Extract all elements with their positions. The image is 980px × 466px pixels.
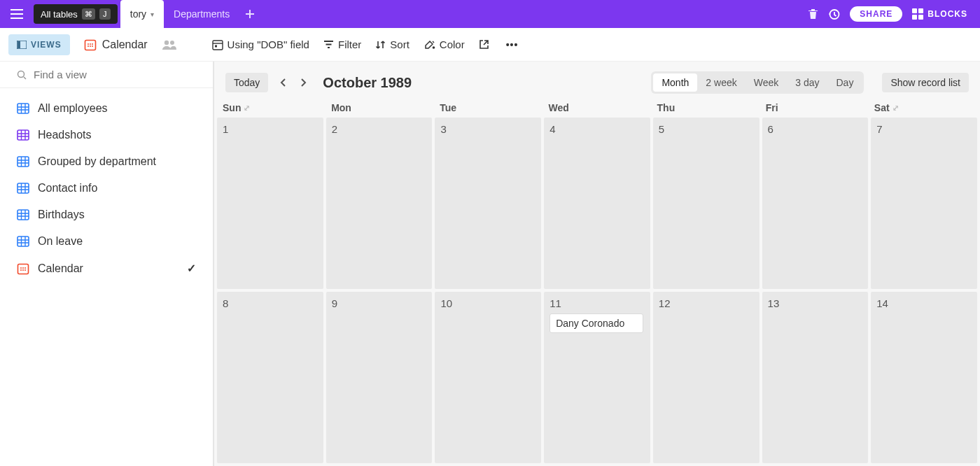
- calendar-cell-2[interactable]: 2: [326, 118, 433, 289]
- view-item-grouped-by-department[interactable]: Grouped by department: [0, 148, 213, 175]
- day-number: 11: [550, 297, 645, 309]
- svg-rect-2: [918, 8, 923, 13]
- current-view-name[interactable]: Calendar: [84, 38, 148, 51]
- checkmark-icon: ✓: [187, 262, 196, 275]
- view-item-label: Contact info: [38, 182, 97, 195]
- calendar-cell-1[interactable]: 1: [217, 118, 323, 289]
- segment-3-day[interactable]: 3 day: [787, 73, 827, 92]
- gallery-icon: [17, 129, 29, 141]
- kbd-cmd: ⌘: [82, 8, 95, 20]
- day-header-wed: Wed: [542, 99, 651, 118]
- share-view-button[interactable]: [479, 39, 489, 50]
- add-table-button[interactable]: [239, 9, 260, 19]
- filter-label: Filter: [338, 38, 361, 50]
- svg-point-14: [164, 40, 168, 44]
- calendar-cell-12[interactable]: 12: [653, 292, 760, 463]
- today-button[interactable]: Today: [225, 73, 268, 92]
- calendar-cell-4[interactable]: 4: [544, 118, 650, 289]
- day-number: 5: [659, 123, 754, 135]
- prev-month-button[interactable]: [276, 78, 289, 87]
- views-toggle[interactable]: VIEWS: [8, 34, 70, 55]
- color-button[interactable]: Color: [424, 38, 465, 50]
- find-view-search[interactable]: [0, 62, 213, 88]
- svg-rect-17: [215, 45, 217, 47]
- day-number: 6: [768, 123, 863, 135]
- search-icon: [17, 70, 27, 80]
- view-item-contact-info[interactable]: Contact info: [0, 175, 213, 202]
- expand-icon[interactable]: ⤢: [892, 104, 899, 113]
- segment-day[interactable]: Day: [828, 73, 862, 92]
- kbd-j: J: [99, 8, 111, 20]
- calendar-cell-10[interactable]: 10: [435, 292, 541, 463]
- svg-rect-22: [18, 157, 29, 167]
- calendar-cell-14[interactable]: 14: [871, 292, 977, 463]
- tab-departments[interactable]: Departments: [164, 0, 239, 28]
- tab-directory[interactable]: tory ▾: [120, 0, 164, 28]
- day-number: 12: [659, 297, 754, 309]
- calendar-cell-7[interactable]: 7: [871, 118, 977, 289]
- view-item-headshots[interactable]: Headshots: [0, 122, 213, 148]
- calendar-field-icon: [212, 39, 223, 50]
- calendar-cell-8[interactable]: 8: [217, 292, 323, 463]
- show-record-list-button[interactable]: Show record list: [882, 73, 969, 92]
- svg-rect-4: [918, 15, 923, 20]
- calendar-cell-6[interactable]: 6: [762, 118, 869, 289]
- segment-week[interactable]: Week: [746, 73, 788, 92]
- svg-point-13: [92, 45, 93, 47]
- svg-point-30: [20, 269, 22, 271]
- share-button[interactable]: SHARE: [850, 6, 902, 22]
- day-number: 4: [550, 123, 645, 135]
- svg-rect-16: [213, 41, 223, 50]
- filter-button[interactable]: Filter: [323, 38, 361, 50]
- views-label: VIEWS: [31, 40, 62, 50]
- svg-point-12: [90, 45, 91, 47]
- tooltip-text: All tables: [41, 9, 78, 20]
- expand-icon[interactable]: ⤢: [244, 104, 250, 113]
- svg-point-28: [22, 267, 24, 269]
- svg-point-8: [88, 43, 89, 45]
- day-header-mon: Mon: [326, 99, 434, 118]
- segment-2-week[interactable]: 2 week: [697, 73, 745, 92]
- view-item-birthdays[interactable]: Birthdays: [0, 202, 213, 228]
- calendar-cell-3[interactable]: 3: [435, 118, 541, 289]
- day-header-sun: Sun⤢: [217, 99, 326, 118]
- svg-rect-24: [18, 210, 29, 220]
- sort-icon: [375, 40, 386, 50]
- tab-label: Departments: [174, 8, 230, 20]
- history-icon[interactable]: [828, 8, 840, 20]
- calendar-event[interactable]: Dany Coronado: [550, 313, 643, 333]
- calendar-cell-5[interactable]: 5: [653, 118, 760, 289]
- view-name-text: Calendar: [102, 38, 148, 51]
- next-month-button[interactable]: [298, 78, 310, 87]
- svg-point-32: [24, 269, 26, 271]
- collaborators-icon[interactable]: [162, 39, 177, 50]
- svg-rect-26: [18, 264, 29, 274]
- svg-point-10: [92, 43, 93, 45]
- view-item-calendar[interactable]: Calendar✓: [0, 255, 213, 282]
- menu-button[interactable]: [0, 0, 34, 28]
- svg-rect-25: [18, 236, 29, 246]
- dob-label: Using "DOB" field: [227, 38, 309, 50]
- segment-month[interactable]: Month: [653, 73, 697, 92]
- grid-icon: [17, 183, 29, 194]
- grid-icon: [17, 103, 29, 114]
- tab-label: tory: [130, 8, 146, 20]
- view-item-all-employees[interactable]: All employees: [0, 95, 213, 122]
- view-item-label: Grouped by department: [38, 155, 156, 168]
- calendar-cell-9[interactable]: 9: [326, 292, 433, 463]
- sort-button[interactable]: Sort: [375, 38, 410, 50]
- trash-icon[interactable]: [808, 8, 818, 20]
- top-bar: All tables ⌘ J tory ▾ Departments SHARE …: [0, 0, 980, 28]
- calendar-cell-11[interactable]: 11Dany Coronado: [544, 292, 650, 463]
- paint-icon: [424, 39, 435, 50]
- view-item-label: On leave: [38, 235, 83, 248]
- more-button[interactable]: •••: [503, 39, 522, 50]
- day-number: 8: [223, 297, 318, 309]
- calendar-cell-13[interactable]: 13: [762, 292, 869, 463]
- view-item-on-leave[interactable]: On leave: [0, 228, 213, 255]
- month-label: October 1989: [323, 75, 412, 91]
- dob-field-button[interactable]: Using "DOB" field: [212, 38, 309, 50]
- blocks-button[interactable]: BLOCKS: [912, 8, 967, 20]
- find-view-input[interactable]: [34, 69, 196, 80]
- day-number: 10: [440, 297, 536, 309]
